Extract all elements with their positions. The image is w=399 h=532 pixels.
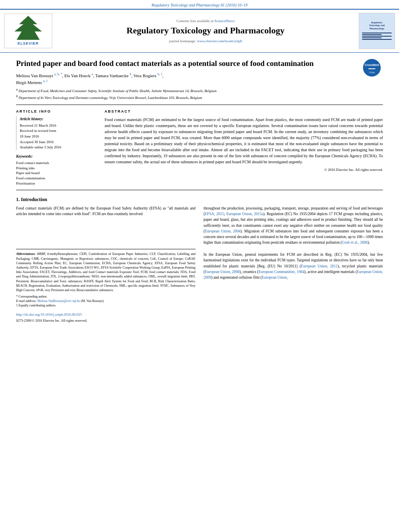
abstract-column: ABSTRACT Food contact materials (FCM) ar… — [105, 109, 383, 186]
crossmark-icon: CrossMark CHat — [363, 59, 381, 77]
keyword-5: Prioritisation — [16, 181, 97, 186]
date-online: Available online 5 July 2016 — [20, 145, 97, 150]
elsevier-text: ELSEVIER — [18, 41, 39, 46]
affiliation-b: b Department of In Vitro Toxicology and … — [16, 94, 383, 101]
affiliation-a: a Department of Food, Medicines and Cons… — [16, 87, 383, 94]
abstract-text: Food contact materials (FCM) are estimat… — [105, 117, 383, 165]
authors-line: Melissa Van Bossuyt a, b, *, Els Van Hoe… — [16, 72, 383, 86]
intro-columns: Food contact materials (FCM) are defined… — [16, 205, 383, 324]
issn-text: 0273-2300/© 2016 Elsevier Inc. All right… — [16, 318, 87, 322]
journal-citation: Regulatory Toxicology and Pharmacology 8… — [0, 0, 399, 9]
svg-text:CHat: CHat — [369, 71, 375, 74]
article-info-column: ARTICLE INFO Article history: Received 2… — [16, 109, 97, 186]
intro-left-col: Food contact materials (FCM) are defined… — [16, 205, 195, 324]
elsevier-logo: ELSEVIER — [4, 14, 52, 48]
keyword-2: Printing inks — [16, 166, 97, 171]
footnote-abbreviations: Abbreviations: 4MBP, 4-methylbenzophenon… — [16, 252, 195, 292]
citation-text: Regulatory Toxicology and Pharmacology 8… — [152, 3, 248, 7]
journal-cover-image: RegulatoryToxicology andPharmacology — [359, 13, 395, 49]
email-link[interactable]: Melissa.VanBossuyt@wiv-isp.be — [37, 299, 80, 303]
homepage-line: journal homepage: www.elsevier.com/locat… — [56, 39, 355, 44]
article-history-section: Article history: Received 21 March 2016 … — [16, 117, 97, 150]
science-direct-link[interactable]: ScienceDirect — [214, 19, 234, 23]
footnote-section: Abbreviations: 4MBP, 4-methylbenzophenon… — [16, 249, 195, 308]
date-received: Received 21 March 2016 — [20, 123, 97, 128]
article-title: Printed paper and board food contact mat… — [16, 59, 346, 69]
intro-right-text: throughout the production, processing, p… — [204, 205, 383, 246]
title-divider — [16, 105, 383, 105]
journal-title: Regulatory Toxicology and Pharmacology — [56, 25, 355, 37]
homepage-link[interactable]: www.elsevier.com/locate/yrtph — [197, 39, 242, 43]
doi-link[interactable]: http://dx.doi.org/10.1016/j.yrtph.2016.0… — [16, 312, 82, 316]
intro-right-text-2: In the European Union, general requireme… — [204, 252, 383, 280]
article-history-label: Article history: — [20, 117, 97, 122]
tree-icon — [10, 16, 46, 40]
svg-point-0 — [363, 59, 381, 77]
doi-section: http://dx.doi.org/10.1016/j.yrtph.2016.0… — [16, 311, 195, 324]
keyword-4: Food contamination — [16, 176, 97, 181]
date-revised-label: Received in revised form — [20, 128, 97, 134]
date-revised: 18 June 2016 — [20, 134, 97, 139]
copyright-text: © 2016 Elsevier Inc. All rights reserved… — [105, 167, 383, 173]
date-accepted: Accepted 30 June 2016 — [20, 140, 97, 145]
crossmark-badge[interactable]: CrossMark CHat — [363, 59, 383, 79]
footnote-email: E-mail address: Melissa.VanBossuyt@wiv-i… — [16, 299, 195, 303]
intro-right-col: throughout the production, processing, p… — [204, 205, 383, 324]
keyword-3: Paper and board — [16, 170, 97, 176]
journal-center: Contents lists available at ScienceDirec… — [52, 18, 359, 44]
info-abstract-columns: ARTICLE INFO Article history: Received 2… — [16, 109, 383, 186]
article-body: Printed paper and board food contact mat… — [0, 53, 399, 327]
article-title-section: Printed paper and board food contact mat… — [16, 59, 383, 101]
introduction-section: 1. Introduction Food contact materials (… — [16, 196, 383, 323]
keywords-label: Keywords: — [16, 154, 97, 159]
article-info-heading: ARTICLE INFO — [16, 109, 97, 114]
intro-left-text: Food contact materials (FCM) are defined… — [16, 205, 195, 217]
footnote-corresponding: * Corresponding author. — [16, 294, 195, 299]
intro-heading: 1. Introduction — [16, 196, 383, 203]
abstract-heading: ABSTRACT — [105, 109, 383, 114]
keyword-1: Food contact materials — [16, 160, 97, 166]
footnote-equal: 1 Equally contributing authors. — [16, 303, 195, 308]
svg-text:CrossMark: CrossMark — [364, 64, 379, 66]
abstract-divider — [16, 190, 383, 190]
keywords-section: Keywords: Food contact materials Printin… — [16, 154, 97, 186]
journal-header: ELSEVIER Contents lists available at Sci… — [0, 9, 399, 53]
contents-line: Contents lists available at ScienceDirec… — [56, 18, 355, 24]
